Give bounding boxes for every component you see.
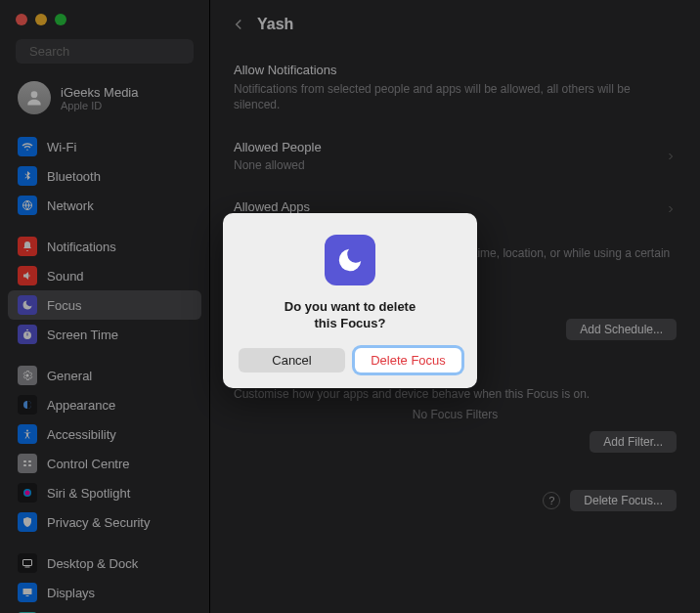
confirm-delete-button[interactable]: Delete Focus	[355, 348, 461, 372]
modal-overlay: Do you want to delete this Focus? Cancel…	[0, 0, 700, 613]
focus-moon-icon	[325, 235, 375, 285]
delete-focus-dialog: Do you want to delete this Focus? Cancel…	[223, 213, 477, 388]
dialog-title: Do you want to delete this Focus?	[239, 299, 461, 332]
cancel-button[interactable]: Cancel	[239, 348, 345, 372]
